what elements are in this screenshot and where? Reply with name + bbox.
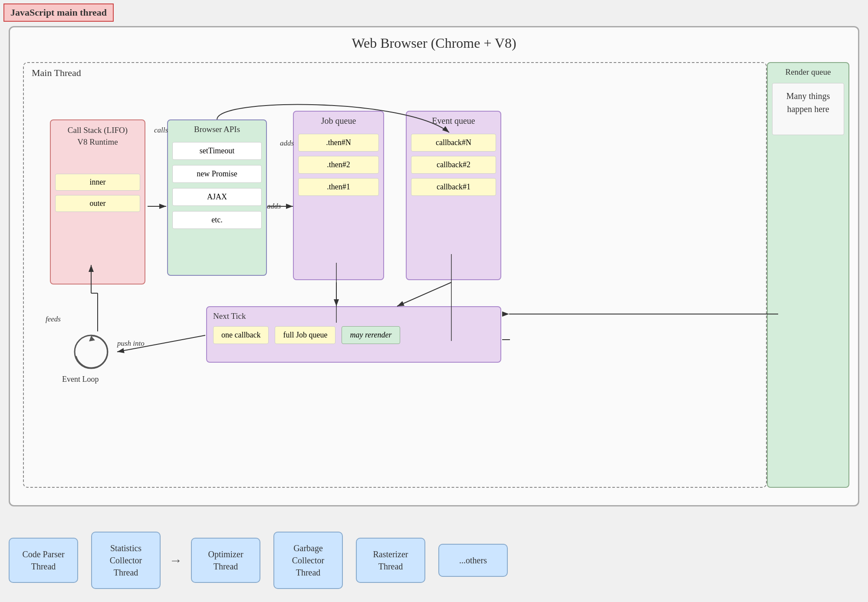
next-tick-box: Next Tick one callback full Job queue ma… (206, 306, 501, 363)
arrow-label-calls: calls (154, 126, 168, 135)
main-thread-label: Main Thread (32, 67, 81, 79)
render-queue-box: Render queue Many things happen here (767, 62, 849, 488)
thread-arrow: → (169, 553, 182, 568)
event-item-2: callback#2 (411, 156, 496, 174)
arrow-label-push-into: push into (117, 339, 145, 348)
event-loop-label: Event Loop (62, 375, 99, 384)
render-inner-box: Many things happen here (772, 83, 844, 135)
tick-item-rerender: may rerender (342, 326, 400, 344)
event-item-1: callback#1 (411, 178, 496, 196)
browser-apis-box: Browser APIs setTimeout new Promise AJAX… (167, 119, 267, 276)
event-queue-box: Event queue callback#N callback#2 callba… (406, 111, 501, 280)
browser-title: Web Browser (Chrome + V8) (10, 35, 858, 51)
job-queue-title: Job queue (298, 116, 379, 126)
api-item-settimeout: setTimeout (172, 142, 262, 160)
job-item-1: .then#1 (298, 178, 379, 196)
thread-garbage-collector: GarbageCollectorThread (273, 532, 343, 589)
api-item-promise: new Promise (172, 165, 262, 183)
render-inner-text: Many things happen here (773, 83, 844, 122)
call-stack-title: Call Stack (LIFO)V8 Runtime (55, 125, 140, 148)
job-item-n: .then#N (298, 134, 379, 152)
arrow-label-adds-top: adds (280, 139, 294, 148)
threads-row: Code ParserThread StatisticsCollectorThr… (9, 532, 859, 589)
thread-optimizer: OptimizerThread (191, 538, 260, 583)
browser-box: Web Browser (Chrome + V8) Main Thread Ca… (9, 26, 859, 506)
main-thread-box: Main Thread Call Stack (LIFO)V8 Runtime … (23, 62, 767, 488)
call-stack-box: Call Stack (LIFO)V8 Runtime inner outer (50, 119, 145, 284)
arrow-label-feeds: feeds (46, 315, 61, 324)
thread-rasterizer: RasterizerThread (356, 538, 425, 583)
stack-item-outer: outer (55, 195, 140, 212)
tick-item-callback: one callback (213, 326, 269, 344)
event-item-n: callback#N (411, 134, 496, 152)
next-tick-title: Next Tick (213, 311, 494, 321)
thread-others: ...others (438, 544, 508, 577)
render-queue-title: Render queue (772, 67, 844, 77)
event-loop-circle (72, 332, 111, 371)
job-queue-box: Job queue .then#N .then#2 .then#1 (293, 111, 384, 280)
job-item-2: .then#2 (298, 156, 379, 174)
api-item-ajax: AJAX (172, 188, 262, 206)
js-main-thread-label: JavaScript main thread (3, 3, 114, 22)
event-queue-title: Event queue (411, 116, 496, 126)
stack-item-inner: inner (55, 174, 140, 191)
browser-apis-title: Browser APIs (172, 125, 262, 134)
thread-statistics-collector: StatisticsCollectorThread (91, 532, 161, 589)
arrow-label-adds-mid: adds (267, 202, 281, 211)
api-item-etc: etc. (172, 211, 262, 229)
thread-code-parser: Code ParserThread (9, 538, 78, 583)
tick-item-job-queue: full Job queue (275, 326, 335, 344)
svg-line-7 (397, 282, 451, 306)
